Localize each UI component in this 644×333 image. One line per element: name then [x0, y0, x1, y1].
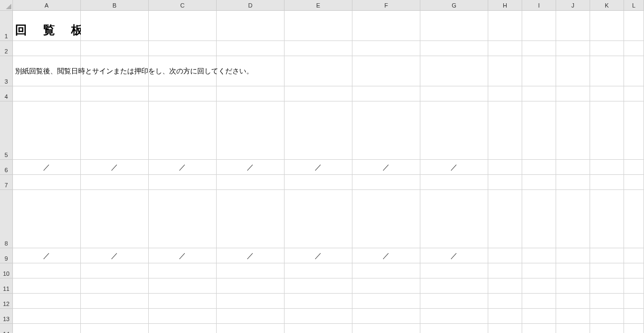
cell-K6[interactable]	[590, 160, 624, 175]
row-header-2[interactable]: 2	[0, 41, 13, 56]
cell-H14[interactable]	[488, 324, 522, 333]
cell-B8[interactable]	[81, 190, 149, 248]
cell-G8[interactable]	[420, 190, 488, 248]
cell-F1[interactable]	[352, 11, 420, 41]
cell-G1[interactable]	[420, 11, 488, 41]
cell-F7[interactable]	[352, 175, 420, 190]
cell-F14[interactable]	[352, 324, 420, 333]
cell-H5[interactable]	[488, 101, 522, 160]
cell-D2[interactable]	[217, 41, 285, 56]
row-header-10[interactable]: 10	[0, 263, 13, 278]
cell-J4[interactable]	[556, 86, 590, 101]
cell-I3[interactable]	[522, 56, 556, 86]
cell-H11[interactable]	[488, 278, 522, 294]
cell-H9[interactable]	[488, 248, 522, 263]
select-all-corner[interactable]	[0, 0, 13, 11]
cell-H13[interactable]	[488, 309, 522, 324]
cell-I12[interactable]	[522, 294, 556, 309]
cell-I11[interactable]	[522, 278, 556, 294]
cell-J14[interactable]	[556, 324, 590, 333]
cell-K13[interactable]	[590, 309, 624, 324]
cell-I4[interactable]	[522, 86, 556, 101]
cell-G5[interactable]	[420, 101, 488, 160]
cell-D7[interactable]	[217, 175, 285, 190]
col-header-B[interactable]: B	[81, 0, 149, 11]
cell-K1[interactable]	[590, 11, 624, 41]
cell-J12[interactable]	[556, 294, 590, 309]
cell-E10[interactable]	[285, 263, 352, 278]
cell-J3[interactable]	[556, 56, 590, 86]
cell-G2[interactable]	[420, 41, 488, 56]
cell-K14[interactable]	[590, 324, 624, 333]
cell-F12[interactable]	[352, 294, 420, 309]
cell-B9[interactable]: ／	[81, 248, 149, 263]
cell-K11[interactable]	[590, 278, 624, 294]
cell-C12[interactable]	[149, 294, 217, 309]
cell-I8[interactable]	[522, 190, 556, 248]
cell-D13[interactable]	[217, 309, 285, 324]
cell-H6[interactable]	[488, 160, 522, 175]
cell-D11[interactable]	[217, 278, 285, 294]
cell-I6[interactable]	[522, 160, 556, 175]
cell-D1[interactable]	[217, 11, 285, 41]
col-header-J[interactable]: J	[556, 0, 590, 11]
row-header-13[interactable]: 13	[0, 309, 13, 324]
cell-B1[interactable]	[81, 11, 149, 41]
cell-G7[interactable]	[420, 175, 488, 190]
cell-L7[interactable]	[624, 175, 644, 190]
cell-I9[interactable]	[522, 248, 556, 263]
col-header-A[interactable]: A	[13, 0, 81, 11]
cell-B12[interactable]	[81, 294, 149, 309]
cell-H3[interactable]	[488, 56, 522, 86]
cell-E14[interactable]	[285, 324, 352, 333]
cell-D12[interactable]	[217, 294, 285, 309]
cell-E11[interactable]	[285, 278, 352, 294]
cell-B4[interactable]	[81, 86, 149, 101]
cell-L10[interactable]	[624, 263, 644, 278]
cell-C14[interactable]	[149, 324, 217, 333]
col-header-H[interactable]: H	[488, 0, 522, 11]
cell-C13[interactable]	[149, 309, 217, 324]
cell-F5[interactable]	[352, 101, 420, 160]
cell-A11[interactable]	[13, 278, 81, 294]
cell-G3[interactable]	[420, 56, 488, 86]
cell-H4[interactable]	[488, 86, 522, 101]
cell-F13[interactable]	[352, 309, 420, 324]
row-header-14[interactable]: 14	[0, 324, 13, 333]
cell-H7[interactable]	[488, 175, 522, 190]
cell-I5[interactable]	[522, 101, 556, 160]
cell-C11[interactable]	[149, 278, 217, 294]
cell-H1[interactable]	[488, 11, 522, 41]
row-header-8[interactable]: 8	[0, 190, 13, 248]
col-header-C[interactable]: C	[149, 0, 217, 11]
cell-A3[interactable]: 別紙回覧後、閲覧日時とサインまたは押印をし、次の方に回してください。	[13, 56, 81, 86]
cell-C5[interactable]	[149, 101, 217, 160]
cell-K2[interactable]	[590, 41, 624, 56]
cell-B13[interactable]	[81, 309, 149, 324]
cell-E9[interactable]: ／	[285, 248, 352, 263]
cell-J6[interactable]	[556, 160, 590, 175]
row-header-11[interactable]: 11	[0, 278, 13, 294]
cell-K8[interactable]	[590, 190, 624, 248]
cell-C7[interactable]	[149, 175, 217, 190]
col-header-F[interactable]: F	[352, 0, 420, 11]
cell-A13[interactable]	[13, 309, 81, 324]
cell-L4[interactable]	[624, 86, 644, 101]
cell-B11[interactable]	[81, 278, 149, 294]
cell-K3[interactable]	[590, 56, 624, 86]
cell-K12[interactable]	[590, 294, 624, 309]
cell-A1[interactable]: 回 覧 板	[13, 11, 81, 41]
cell-J7[interactable]	[556, 175, 590, 190]
cell-B5[interactable]	[81, 101, 149, 160]
cell-L6[interactable]	[624, 160, 644, 175]
cell-F9[interactable]: ／	[352, 248, 420, 263]
cell-L14[interactable]	[624, 324, 644, 333]
cell-F10[interactable]	[352, 263, 420, 278]
cell-D4[interactable]	[217, 86, 285, 101]
cell-E13[interactable]	[285, 309, 352, 324]
cell-B14[interactable]	[81, 324, 149, 333]
cell-G12[interactable]	[420, 294, 488, 309]
cell-G6[interactable]: ／	[420, 160, 488, 175]
row-header-6[interactable]: 6	[0, 160, 13, 175]
col-header-K[interactable]: K	[590, 0, 624, 11]
